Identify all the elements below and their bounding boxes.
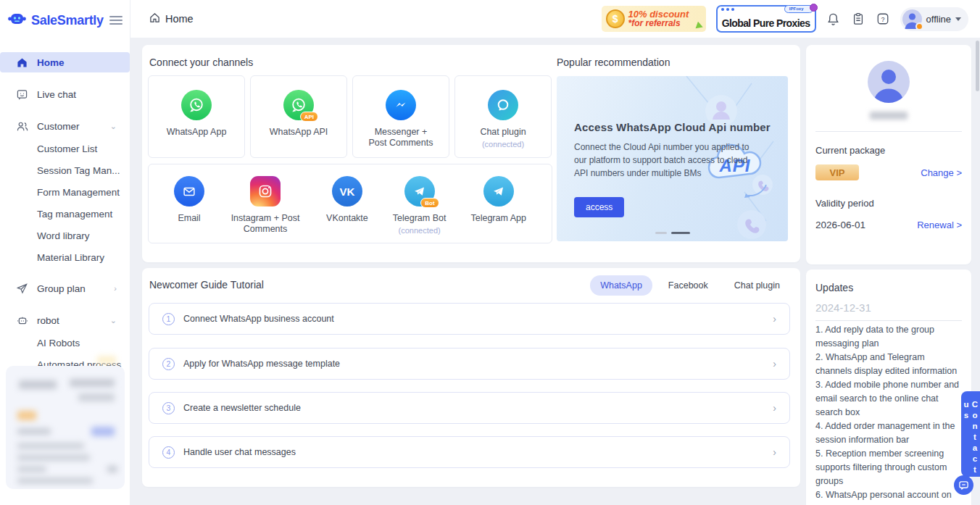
proxy-ad-banner[interactable]: IPFoxy Global Pure Proxies	[716, 5, 816, 33]
channels-row2: Email Instagram + Post Comments VK VKont…	[148, 164, 552, 243]
referral-discount-banner[interactable]: $ 10% discount *for referrals	[602, 6, 706, 32]
tab-whatsapp[interactable]: WhatsApp	[590, 275, 652, 296]
bot-badge: Bot	[420, 198, 439, 208]
scrollbar-thumb[interactable]	[976, 41, 979, 91]
channel-whatsapp-api[interactable]: API WhatsApp API	[250, 75, 347, 158]
messenger-icon	[386, 90, 416, 120]
sidebar-item-group-plan[interactable]: Group plan ›	[0, 278, 130, 299]
renewal-link[interactable]: Renewal >	[917, 220, 962, 230]
sidebar-item-session-tag[interactable]: Session Tag Man...	[0, 159, 130, 181]
sidebar-item-robot[interactable]: robot ⌄	[0, 310, 130, 330]
sidebar-item-label: robot	[37, 315, 59, 326]
clipboard-icon[interactable]	[851, 12, 865, 26]
connected-status: (connected)	[399, 226, 441, 235]
channel-telegram-bot[interactable]: Bot Telegram Bot (connected)	[393, 176, 447, 243]
step-number: 2	[162, 358, 175, 370]
change-package-link[interactable]: Change >	[921, 167, 962, 178]
notification-bell-icon[interactable]	[826, 12, 841, 26]
sidebar-item-customer[interactable]: Customer ⌄	[0, 116, 130, 136]
validity-date: 2026-06-01	[815, 220, 865, 230]
status-dot	[915, 22, 923, 30]
blurred-decoration	[97, 356, 116, 364]
banner-title: Access WhatsApp Cloud Api number	[574, 121, 771, 133]
sidebar-item-tag-management[interactable]: Tag management	[0, 203, 130, 225]
update-item: 2. WhatsApp and Telegram channels displa…	[815, 351, 960, 378]
updates-card: Updates 2024-12-31 1. Add reply data to …	[806, 270, 971, 505]
profile-card: Current package VIP Change > Validity pe…	[806, 45, 971, 264]
sidebar-item-label: Customer	[37, 121, 80, 132]
collapse-sidebar-button[interactable]	[109, 14, 122, 27]
channel-messenger[interactable]: Messenger + Post Comments	[352, 75, 449, 158]
sidebar-item-word-library[interactable]: Word library	[0, 225, 130, 246]
tutorial-step-1[interactable]: 1 Connect WhatsApp business account ›	[149, 303, 790, 335]
tutorial-title: Newcomer Guide Tutorial	[149, 279, 264, 291]
tutorial-step-2[interactable]: 2 Apply for WhatsApp message template ›	[149, 348, 790, 380]
carousel-dot-active[interactable]	[671, 232, 690, 234]
contact-us-tab[interactable]: Contact us	[961, 391, 980, 477]
recommendation-banner: API Access WhatsApp Cloud Api number Con…	[557, 76, 788, 241]
instagram-icon	[250, 176, 281, 206]
robot-icon	[16, 314, 28, 327]
live-chat-icon	[16, 88, 28, 101]
connected-status: (connected)	[482, 140, 524, 149]
brand-name: SaleSmartly	[31, 13, 104, 28]
sidebar: SaleSmartly Home Live chat Customer ⌄ Cu…	[0, 0, 130, 505]
tutorial-step-4[interactable]: 4 Handle user chat messages ›	[149, 436, 790, 468]
channel-email[interactable]: Email	[174, 176, 204, 243]
sidebar-item-home[interactable]: Home	[0, 52, 130, 72]
sidebar-item-material-library[interactable]: Material Library	[0, 246, 130, 268]
vip-badge: VIP	[815, 164, 859, 180]
channel-whatsapp-app[interactable]: WhatsApp App	[148, 75, 245, 158]
contact-chat-bubble-icon[interactable]	[954, 475, 973, 495]
recommendation-title: Popular recommendation	[557, 57, 670, 68]
tab-chat-plugin[interactable]: Chat plugin	[724, 275, 790, 296]
channel-vkontakte[interactable]: VK VKontakte	[326, 176, 368, 243]
banner-description: Connect the Cloud Api number you applied…	[574, 141, 757, 180]
ipfoxy-tab: IPFoxy	[784, 5, 813, 13]
blurred-username	[870, 112, 908, 120]
update-item: 3. Added mobile phone number and email s…	[815, 378, 960, 420]
email-icon	[174, 176, 204, 206]
sidebar-item-ai-robots[interactable]: AI Robots	[0, 332, 130, 354]
sidebar-item-label: Group plan	[37, 283, 86, 294]
help-icon[interactable]: ?	[876, 12, 890, 26]
topbar: Home $ 10% discount *for referrals IPFox…	[130, 0, 980, 38]
chevron-right-icon: ›	[114, 284, 117, 293]
channels-title: Connect your channels	[149, 57, 253, 68]
contact-us-label: Contact us	[962, 400, 979, 477]
avatar	[902, 9, 922, 29]
channel-chat-plugin[interactable]: Chat plugin (connected)	[454, 75, 552, 158]
updates-title: Updates	[815, 282, 853, 293]
customer-icon	[16, 120, 28, 133]
user-menu[interactable]: offline	[900, 7, 968, 31]
step-number: 1	[162, 313, 175, 325]
access-button[interactable]: access	[574, 197, 624, 217]
chevron-down-icon	[955, 17, 961, 21]
vk-icon: VK	[332, 176, 362, 206]
channels-card: Connect your channels Popular recommenda…	[142, 45, 800, 262]
sidebar-item-live-chat[interactable]: Live chat	[0, 84, 130, 104]
tab-facebook[interactable]: Facebook	[658, 275, 718, 296]
validity-label: Validity period	[815, 198, 874, 209]
send-icon	[16, 283, 28, 295]
sidebar-item-customer-list[interactable]: Customer List	[0, 138, 130, 159]
coin-icon: $	[606, 9, 625, 28]
carousel-dot[interactable]	[655, 232, 667, 234]
breadcrumb: Home	[149, 12, 194, 25]
svg-text:?: ?	[881, 16, 884, 23]
channel-instagram[interactable]: Instagram + Post Comments	[229, 176, 302, 243]
sidebar-item-label: Live chat	[37, 89, 76, 100]
sidebar-item-form-management[interactable]: Form Management	[0, 181, 130, 203]
chat-plugin-icon	[488, 90, 518, 120]
tutorial-step-3[interactable]: 3 Create a newsletter schedule ›	[149, 392, 790, 424]
carousel-indicator[interactable]	[557, 232, 788, 234]
sidebar-item-label: Home	[37, 57, 65, 68]
chevron-down-icon: ⌄	[110, 122, 117, 131]
api-badge: API	[300, 112, 318, 122]
salesmartly-logo-icon	[7, 10, 27, 30]
channel-telegram-app[interactable]: Telegram App	[470, 176, 526, 243]
updates-list: 1. Add reply data to the group messaging…	[815, 323, 960, 505]
tutorial-tabs: WhatsApp Facebook Chat plugin	[590, 275, 790, 296]
chevron-right-icon: ›	[773, 358, 776, 370]
blurred-promo-card	[6, 366, 125, 489]
